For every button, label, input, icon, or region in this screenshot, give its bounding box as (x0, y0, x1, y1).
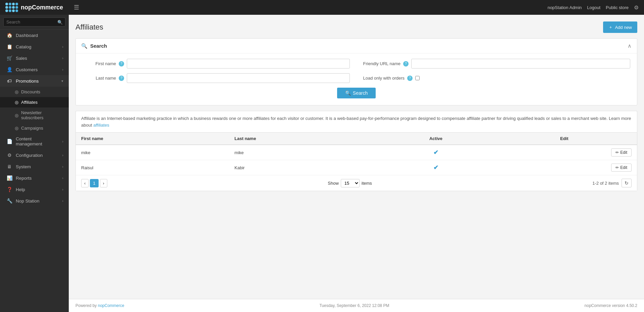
info-text-content: Affiliate is an Internet-based marketing… (81, 116, 631, 128)
cell-first-name: Raisul (76, 160, 229, 175)
last-name-group: Last name ? (83, 73, 350, 83)
affiliates-link[interactable]: affiliates (93, 123, 109, 128)
last-name-input[interactable] (127, 73, 350, 83)
chevron-right-icon: › (62, 165, 63, 169)
chevron-right-icon: › (62, 139, 63, 143)
friendly-url-input[interactable] (411, 59, 630, 69)
sidebar-item-newsletter[interactable]: ◎ Newsletter subscribers (0, 107, 69, 123)
sidebar-item-help[interactable]: ❓ Help › (0, 184, 69, 195)
sidebar-search-area: 🔍 (0, 15, 69, 30)
edit-button[interactable]: ✏ Edit (611, 148, 632, 157)
logo-text: nopCommerce (21, 4, 63, 11)
sidebar-item-label: Reports (16, 176, 59, 181)
col-edit: Edit (492, 133, 637, 145)
first-name-group: First name ? (83, 59, 350, 69)
add-new-label: Add new (615, 25, 632, 30)
search-panel: 🔍 Search ∧ First name ? Friendly URL nam… (75, 38, 637, 105)
load-only-label: Load only with orders (363, 76, 405, 81)
sidebar-item-configuration[interactable]: ⚙ Configuration › (0, 149, 69, 161)
page-header: Affiliates ＋ Add new (75, 21, 637, 33)
sidebar-item-campaigns[interactable]: ◎ Campaigns (0, 123, 69, 133)
admin-link[interactable]: nopStation Admin (547, 5, 582, 10)
active-check-icon: ✔ (433, 149, 438, 156)
cell-active: ✔ (380, 160, 491, 175)
friendly-url-group: Friendly URL name ? (363, 59, 631, 69)
search-row-1: First name ? Friendly URL name ? (83, 59, 630, 69)
main-content: Affiliates ＋ Add new 🔍 Search ∧ (69, 15, 644, 312)
plus-icon: ＋ (608, 24, 613, 30)
col-first-name: First name (76, 133, 229, 145)
sidebar-item-customers[interactable]: 👤 Customers › (0, 64, 69, 75)
powered-by-link[interactable]: nopCommerce (98, 303, 124, 308)
top-bar-right: nopStation Admin Logout Public store ⚙ (547, 4, 639, 11)
edit-button[interactable]: ✏ Edit (611, 164, 632, 172)
first-name-input[interactable] (127, 59, 350, 69)
sidebar-item-reports[interactable]: 📊 Reports › (0, 172, 69, 184)
sidebar-item-promotions[interactable]: 🏷 Promotions ▾ (0, 75, 69, 87)
search-btn-icon: 🔍 (345, 90, 351, 96)
items-info: 1-2 of 2 items (592, 181, 619, 186)
logo-area: nopCommerce (5, 3, 63, 12)
pencil-icon: ✏ (615, 150, 619, 155)
sidebar-item-system[interactable]: 🖥 System › (0, 161, 69, 172)
cell-last-name: Kabir (229, 160, 380, 175)
public-store-link[interactable]: Public store (606, 5, 629, 10)
sidebar-item-dashboard[interactable]: 🏠 Dashboard (0, 30, 69, 41)
chevron-right-icon: › (62, 45, 63, 49)
circle-icon: ◎ (15, 126, 18, 131)
pencil-icon: ✏ (615, 165, 619, 170)
sidebar-item-discounts[interactable]: ◎ Discounts (0, 87, 69, 97)
sidebar-item-affiliates[interactable]: ◎ Affiliates (0, 97, 69, 107)
logout-link[interactable]: Logout (587, 5, 600, 10)
collapse-icon[interactable]: ∧ (628, 43, 632, 49)
sidebar-item-sales[interactable]: 🛒 Sales › (0, 52, 69, 64)
promotions-icon: 🏷 (6, 78, 12, 84)
prev-page-button[interactable]: ‹ (81, 179, 89, 187)
catalog-icon: 📋 (6, 44, 12, 49)
search-button[interactable]: 🔍 Search (337, 88, 376, 98)
search-btn-label: Search (353, 90, 368, 96)
load-only-group: Load only with orders ? (363, 73, 631, 83)
app-body: 🔍 🏠 Dashboard 📋 Catalog › 🛒 Sales › 👤 Cu… (0, 15, 644, 312)
page-1-button[interactable]: 1 (90, 179, 98, 187)
sales-icon: 🛒 (6, 55, 12, 61)
system-icon: 🖥 (6, 164, 12, 169)
load-only-checkbox[interactable] (415, 76, 420, 80)
footer-datetime: Tuesday, September 6, 2022 12:08 PM (319, 303, 389, 308)
sidebar-item-label: Catalog (16, 44, 59, 49)
refresh-button[interactable]: ↻ (622, 179, 632, 187)
friendly-url-help-icon[interactable]: ? (403, 61, 409, 66)
first-name-help-icon[interactable]: ? (119, 61, 124, 66)
sidebar-nav: 🏠 Dashboard 📋 Catalog › 🛒 Sales › 👤 Cust… (0, 30, 69, 312)
sidebar: 🔍 🏠 Dashboard 📋 Catalog › 🛒 Sales › 👤 Cu… (0, 15, 69, 312)
sidebar-item-label: Help (16, 187, 59, 192)
last-name-help-icon[interactable]: ? (119, 76, 124, 81)
sidebar-item-catalog[interactable]: 📋 Catalog › (0, 41, 69, 52)
hamburger-menu[interactable]: ☰ (74, 4, 79, 11)
sidebar-item-label: Content management (16, 136, 59, 146)
sidebar-item-label: System (16, 164, 59, 169)
search-panel-label: Search (90, 43, 107, 49)
top-bar: nopCommerce ☰ nopStation Admin Logout Pu… (0, 0, 644, 15)
cell-edit: ✏ Edit (492, 145, 637, 160)
next-page-button[interactable]: › (100, 179, 107, 187)
settings-icon[interactable]: ⚙ (634, 4, 639, 11)
chevron-down-icon: ▾ (61, 79, 63, 83)
sidebar-search-icon: 🔍 (57, 19, 63, 25)
customers-icon: 👤 (6, 67, 12, 72)
sidebar-item-content[interactable]: 📄 Content management › (0, 133, 69, 149)
sub-item-label: Discounts (21, 89, 40, 94)
add-new-button[interactable]: ＋ Add new (603, 21, 637, 33)
powered-by-text: Powered by (75, 303, 97, 308)
sidebar-search-input[interactable] (3, 17, 65, 27)
search-icon: 🔍 (81, 43, 88, 49)
friendly-url-label: Friendly URL name (363, 61, 401, 66)
load-only-help-icon[interactable]: ? (407, 76, 413, 81)
items-per-page-select[interactable]: 15 25 50 100 (341, 179, 360, 187)
cell-active: ✔ (380, 145, 491, 160)
chevron-right-icon: › (62, 187, 63, 191)
search-panel-header[interactable]: 🔍 Search ∧ (76, 39, 637, 53)
sidebar-item-nopstation[interactable]: 🔧 Nop Station › (0, 195, 69, 207)
reports-icon: 📊 (6, 175, 12, 181)
table-row: mikemike✔✏ Edit (76, 145, 637, 160)
